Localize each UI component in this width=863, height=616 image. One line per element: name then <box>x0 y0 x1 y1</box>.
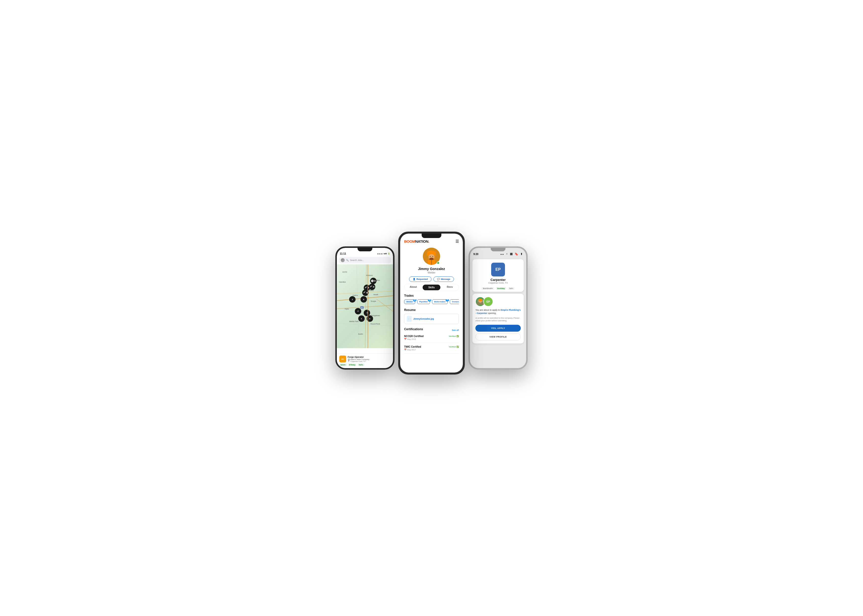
map-label-marble: Marble Falls <box>349 321 359 322</box>
profile-name: Jimmy Gonzalez <box>418 267 445 271</box>
profile-section: Jimmy Gonzalez Welder 👤 Requested 💬 Mess… <box>400 245 463 284</box>
map-pin-tool-1[interactable] <box>370 278 376 284</box>
map-pin-2b[interactable]: 2 <box>355 308 361 314</box>
view-profile-button[interactable]: VIEW PROFILE <box>476 333 521 341</box>
job-card[interactable]: AC Forge Operator 🏢 Adam's Main Company … <box>337 354 393 368</box>
message-icon: 💬 <box>437 278 440 280</box>
trade-welder[interactable]: 14 Welder <box>404 299 415 305</box>
left-time: 11:11 <box>340 252 346 255</box>
file-name: JimmyGonzalez.jpg <box>413 317 434 320</box>
tag-schedule: 5x8's <box>357 363 364 366</box>
job-title: Forge Operator <box>348 356 391 358</box>
left-status-icons: ▲▲▲ wifi 🔋 <box>377 253 390 255</box>
map-label-anche: anche <box>342 271 347 273</box>
tag-day: $75/day <box>348 363 357 366</box>
check-icon: ✅ <box>457 335 459 337</box>
trade-badge-ironworker: 3 Ironworker <box>450 299 459 304</box>
trades-row: 14 Welder 10 Pipefitter 7 <box>404 299 459 305</box>
battery-icon: 🔋 <box>387 253 390 255</box>
notch-left <box>357 248 372 251</box>
svg-line-3 <box>356 264 359 348</box>
profile-actions: 👤 Requested 💬 Message <box>409 277 454 282</box>
resume-title: Resume <box>404 308 459 312</box>
map-area[interactable]: I35 183 anche Hamilton Hillsboro Clifton… <box>337 264 393 348</box>
verified-badge-nccer: Verified ✅ <box>449 335 459 337</box>
share-icon[interactable]: ⬆ <box>520 252 523 256</box>
right-phone: 9:20 ▲▲ ⚬ ⬛ 🔖 ⬆ EP Carpenter Copperas Co… <box>468 247 528 369</box>
carpenter-job-link[interactable]: Carpenter <box>477 312 487 314</box>
svg-line-2 <box>365 264 366 348</box>
hamburger-menu-icon[interactable]: ☰ <box>455 239 459 244</box>
map-pin-tool-4[interactable] <box>362 289 369 296</box>
avatar-container <box>423 248 440 265</box>
search-placeholder: Search Jobs... <box>350 259 364 261</box>
cert-nccer: NCCER Certified Verified ✅ 📅 May 2019 <box>404 335 459 343</box>
center-phone: BOOMNATION. ☰ <box>398 232 465 374</box>
notch-right <box>491 248 506 251</box>
calendar-icon: 📅 <box>404 338 406 340</box>
message-button[interactable]: 💬 Message <box>433 277 454 282</box>
job-tags: $21/hr $75/day 5x8's <box>339 363 391 366</box>
cert-nccer-date: 📅 May 2019 <box>404 338 459 340</box>
trade-ironworker[interactable]: 3 Ironworker <box>450 299 459 305</box>
notch-center <box>422 234 441 238</box>
building-icon: 🏢 <box>348 358 350 360</box>
location-icon: 📍 <box>348 360 350 363</box>
map-roads: I35 183 <box>337 264 393 348</box>
trade-badge-pipefitter: 10 Pipefitter <box>417 299 430 304</box>
null-rate-tag: $null-$null/hr <box>482 287 494 290</box>
cert-nccer-name: NCCER Certified <box>404 335 424 338</box>
map-pin-5[interactable]: 5 <box>361 296 367 303</box>
file-icon: 📄 <box>407 316 412 322</box>
tab-about[interactable]: About <box>405 284 422 291</box>
company-name: Carpenter <box>490 278 506 281</box>
apply-subtext: ur profile will be submitted to this com… <box>476 317 521 322</box>
tab-recs[interactable]: Recs <box>441 284 458 291</box>
trade-badge-welder: 14 Welder <box>404 299 415 304</box>
map-label-mpas: mpas <box>345 308 349 310</box>
requested-icon: 👤 <box>413 278 416 280</box>
tab-skills[interactable]: Skills <box>423 284 440 290</box>
cert-header: Certifications See all <box>404 327 459 333</box>
svg-line-5 <box>337 324 393 326</box>
ep-logo: EP <box>491 262 505 277</box>
requested-button[interactable]: 👤 Requested <box>409 277 432 282</box>
right-time: 9:20 <box>473 253 478 256</box>
right-job-tags: $null-$null/hr $null/day 5x8's <box>472 286 524 292</box>
boomnation-logo: BOOMNATION. <box>404 239 429 244</box>
cert-title: Certifications <box>404 327 423 331</box>
see-all-button[interactable]: See all <box>452 329 459 332</box>
svg-rect-24 <box>479 301 482 301</box>
calendar-icon-twic: 📅 <box>404 349 406 351</box>
job-card-info: Forge Operator 🏢 Adam's Main Company 📍 C… <box>348 356 391 363</box>
apply-ep-badge: EP <box>483 297 493 306</box>
bookmark-icon[interactable]: 🔖 <box>515 252 518 256</box>
map-pin-3[interactable]: 3 <box>364 310 370 316</box>
left-phone: 11:11 ▲▲▲ wifi 🔋 🔍 Search Jobs... <box>335 247 395 369</box>
map-pin-4[interactable]: 4 <box>358 315 365 322</box>
map-label-austin: Austin <box>358 333 363 335</box>
tag-rate: $21/hr <box>339 363 347 366</box>
resume-file[interactable]: 📄 JimmyGonzalez.jpg <box>404 314 459 324</box>
map-pin-tool-3[interactable] <box>369 284 375 290</box>
signal-icon-right: ▲▲ <box>500 253 504 255</box>
company-icon: AC <box>339 355 346 363</box>
trade-boilermaker[interactable]: 7 Boilermaker <box>432 299 448 305</box>
signal-icon: ▲▲▲ <box>377 253 383 255</box>
job-company: 🏢 Adam's Main Company <box>348 358 391 360</box>
online-dot <box>437 261 439 264</box>
tabs-container: About Skills Recs <box>404 284 459 291</box>
profile-job-title: Welder <box>428 271 435 274</box>
left-search-bar[interactable]: 🔍 Search Jobs... <box>339 257 391 263</box>
svg-point-16 <box>433 256 433 257</box>
empire-plumbing-link[interactable]: Empire Plumbing's <box>501 309 521 311</box>
apply-avatars: EP <box>476 297 521 306</box>
map-label-hillsboro: Hillsboro <box>366 275 373 276</box>
company-header: EP Carpenter Copperas Cove, TX <box>472 259 524 286</box>
trade-pipefitter[interactable]: 10 Pipefitter <box>417 299 430 305</box>
map-label-hamilton: Hamilton <box>339 281 346 283</box>
profile-content: Trades 14 Welder 10 Pipefitter <box>400 291 463 358</box>
job-listing-card: EP Carpenter Copperas Cove, TX $null-$nu… <box>472 259 524 292</box>
apply-modal: EP You are about to apply to Empire Plum… <box>472 294 524 344</box>
yes-apply-button[interactable]: YES, APPLY <box>476 325 521 332</box>
